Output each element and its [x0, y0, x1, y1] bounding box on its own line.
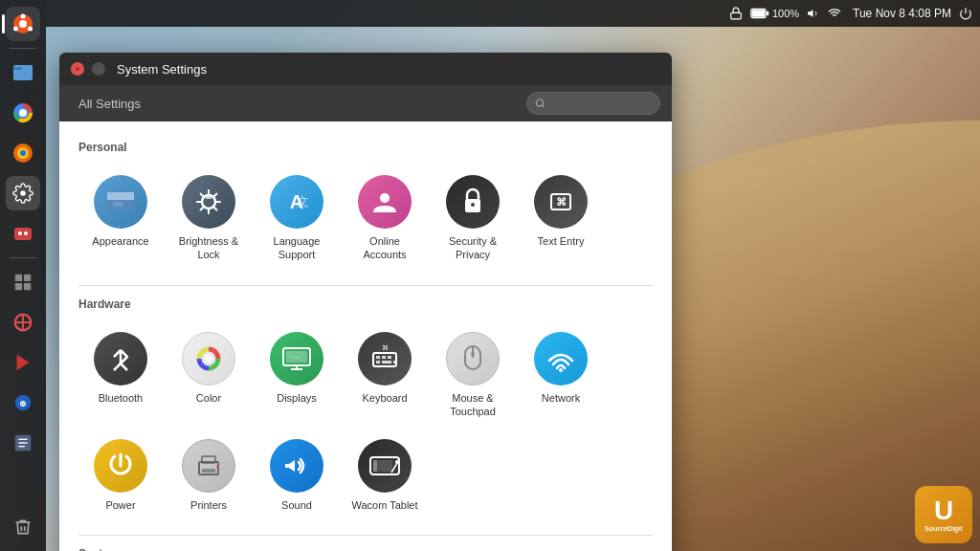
svg-point-45: [380, 193, 390, 203]
online-label: OnlineAccounts: [363, 234, 406, 262]
svg-point-3: [28, 27, 33, 32]
taskbar-divider-1: [10, 48, 36, 49]
settings-item-color[interactable]: Color: [167, 322, 251, 427]
section-title-personal: Personal: [78, 141, 653, 154]
svg-point-51: [205, 355, 212, 363]
window-toolbar: All Settings: [59, 85, 672, 121]
online-icon: [358, 175, 412, 229]
section-title-system: System: [78, 547, 653, 551]
taskbar-icon-files[interactable]: [6, 55, 40, 90]
settings-item-appearance[interactable]: Appearance: [78, 165, 163, 270]
section-title-hardware: Hardware: [78, 298, 653, 311]
taskbar-icon-mask[interactable]: [6, 216, 40, 251]
search-icon: [535, 98, 546, 109]
svg-rect-18: [15, 283, 22, 290]
svg-rect-63: [393, 361, 397, 364]
printers-icon: [182, 439, 235, 493]
svg-point-68: [559, 368, 563, 372]
brightness-icon: [182, 175, 235, 229]
taskbar-icon-app2[interactable]: [6, 305, 40, 340]
svg-rect-32: [767, 11, 768, 16]
divider-system: [78, 535, 653, 536]
svg-text:⌘: ⌘: [382, 344, 389, 351]
svg-rect-61: [376, 361, 380, 364]
battery-label: 100%: [772, 8, 799, 19]
settings-item-displays[interactable]: ⋯ Displays: [255, 322, 339, 427]
system-settings-window: × System Settings All Settings Personal …: [59, 53, 672, 551]
window-minimize-button[interactable]: [92, 62, 105, 76]
svg-rect-62: [382, 361, 391, 364]
svg-rect-17: [24, 275, 31, 281]
appearance-label: Appearance: [92, 234, 148, 248]
svg-point-8: [19, 109, 27, 117]
svg-point-36: [536, 99, 543, 106]
taskbar-icon-app1[interactable]: [6, 265, 40, 299]
svg-rect-6: [13, 67, 22, 70]
svg-point-1: [19, 20, 27, 28]
svg-rect-40: [113, 202, 122, 207]
network-icon: [534, 332, 588, 386]
topbar-battery: 100%: [750, 8, 799, 19]
topbar-indicator-1: [729, 7, 743, 20]
settings-item-power[interactable]: Power: [78, 430, 163, 519]
svg-rect-78: [373, 460, 377, 472]
taskbar-icon-firefox[interactable]: [6, 136, 40, 170]
svg-point-47: [471, 203, 475, 207]
taskbar-icon-app5[interactable]: [6, 426, 40, 460]
svg-point-4: [13, 27, 18, 32]
settings-item-language[interactable]: A文 LanguageSupport: [255, 165, 339, 270]
taskbar-icon-chrome[interactable]: [6, 96, 40, 130]
displays-icon: ⋯: [270, 332, 323, 386]
settings-item-text[interactable]: ⌘ Text Entry: [519, 165, 603, 270]
settings-item-brightness[interactable]: Brightness &Lock: [167, 165, 251, 270]
topbar-audio: [807, 7, 820, 20]
security-icon: [446, 175, 500, 229]
power-label: Power: [105, 498, 135, 512]
mouse-icon: [446, 332, 500, 386]
source-digit-label: SourceDigit: [924, 525, 962, 532]
topbar-network: [828, 7, 841, 20]
appearance-icon: [94, 175, 147, 229]
settings-item-wacom[interactable]: Wacom Tablet: [343, 430, 427, 519]
keyboard-label: Keyboard: [362, 391, 407, 405]
search-box[interactable]: [526, 92, 660, 115]
power-icon: [94, 439, 147, 493]
window-close-button[interactable]: ×: [71, 62, 84, 76]
window-content: Personal Appearance Brightness &Lock A文: [59, 121, 672, 551]
text-label: Text Entry: [538, 234, 585, 248]
language-label: LanguageSupport: [274, 234, 321, 262]
svg-line-37: [542, 105, 544, 107]
taskbar: ⊕: [0, 0, 46, 551]
settings-item-bluetooth[interactable]: Bluetooth: [78, 322, 163, 427]
hardware-icon-grid: Bluetooth Color: [78, 322, 653, 520]
search-input[interactable]: [549, 97, 652, 110]
all-settings-button[interactable]: All Settings: [71, 93, 148, 115]
window-title: System Settings: [117, 62, 207, 77]
svg-rect-39: [107, 192, 134, 200]
taskbar-icon-app4[interactable]: ⊕: [6, 386, 40, 420]
color-icon: [182, 332, 235, 386]
wacom-icon: [358, 439, 412, 493]
settings-item-security[interactable]: Security &Privacy: [431, 165, 515, 270]
settings-item-mouse[interactable]: Mouse &Touchpad: [431, 322, 515, 427]
divider-hardware: [78, 285, 653, 286]
svg-text:⊕: ⊕: [19, 399, 27, 408]
wacom-label: Wacom Tablet: [351, 498, 417, 512]
settings-item-printers[interactable]: Printers: [167, 430, 251, 519]
source-digit-icon[interactable]: U SourceDigit: [915, 486, 972, 543]
svg-point-67: [471, 352, 475, 356]
svg-point-77: [395, 460, 399, 464]
settings-item-sound[interactable]: Sound: [255, 430, 339, 519]
taskbar-icon-trash[interactable]: [6, 510, 40, 544]
svg-point-15: [24, 231, 28, 235]
topbar: 100% Tue Nov 8 4:08 PM: [46, 0, 980, 27]
settings-item-online[interactable]: OnlineAccounts: [343, 165, 427, 270]
topbar-datetime: Tue Nov 8 4:08 PM: [853, 7, 951, 20]
settings-item-network[interactable]: Network: [519, 322, 603, 427]
bluetooth-label: Bluetooth: [99, 391, 143, 405]
taskbar-icon-ubuntu[interactable]: [6, 7, 40, 41]
settings-item-keyboard[interactable]: ⌘ Keyboard: [343, 322, 427, 427]
svg-rect-72: [202, 469, 215, 473]
taskbar-icon-app3[interactable]: [6, 345, 40, 380]
taskbar-icon-settings[interactable]: [6, 176, 40, 210]
